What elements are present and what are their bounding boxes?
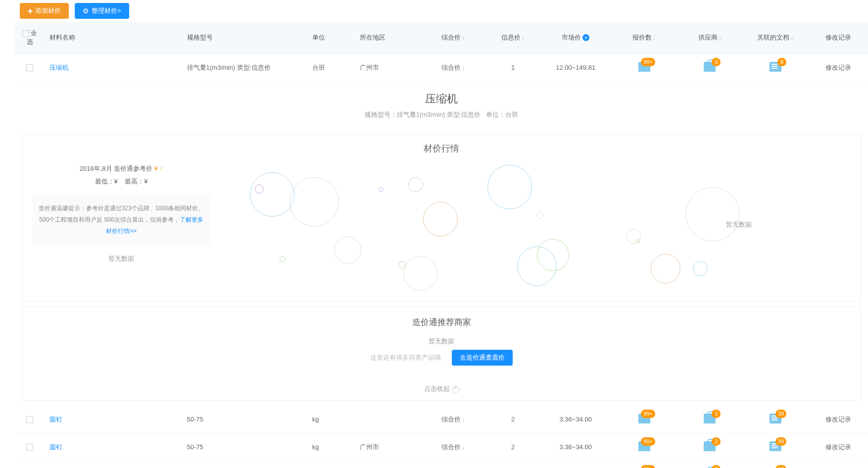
header-area: 所在地区	[355, 22, 421, 54]
cell-spec: 50-75	[182, 433, 307, 461]
table-row: 圆钉50-75kg广州市综合价↓23.36~34.0099+239修改记录	[15, 433, 868, 461]
header-supplier[interactable]: 供应商↓	[677, 22, 743, 54]
cell-market: 3.36~34.00	[540, 433, 612, 461]
material-name-link[interactable]: 压缩机	[49, 64, 69, 71]
sort-icon: ↓	[522, 34, 525, 41]
table-row: 圆钉50-75kg综合价↓23.36~34.0099+239修改记录	[15, 406, 868, 433]
bubble-chart: 暂无数据	[220, 162, 851, 291]
cell-unit: kg	[307, 433, 355, 461]
go-check-price-button[interactable]: 去造价通查底价	[452, 350, 513, 366]
cell-comp[interactable]: 综合价↓	[421, 54, 486, 82]
header-quote[interactable]: 报价数↓	[612, 22, 677, 54]
cell-info: 2	[486, 433, 540, 461]
detail-spec: 规格型号：排气量1(m3/min) 类型:信息价	[365, 111, 481, 118]
header-docs[interactable]: 关联的文档↓	[743, 22, 809, 54]
cell-spec: 50-75	[182, 406, 307, 433]
hint-box: 造价通温馨提示：参考价是通过323个品牌、1000条相同材价、500个工程项目和…	[32, 195, 210, 244]
sort-icon: ↓	[462, 34, 465, 41]
arrange-label: 整理材价>	[92, 6, 121, 15]
cell-comp[interactable]: 综合价↓	[421, 406, 486, 433]
add-price-button[interactable]: 添加材价	[20, 3, 69, 19]
supplier-badge[interactable]: 0	[704, 62, 716, 73]
cell-unit: 台班	[307, 54, 355, 82]
merchant-card: 造价通推荐商家 暂无数据 这里还有很多同类产品哦 去造价通查底价 点击收起^	[22, 306, 861, 401]
ref-date: 2016年,8月 造价通参考价	[80, 165, 152, 172]
detail-unit: 单位：台班	[486, 111, 518, 118]
arrange-price-button[interactable]: 整理材价>	[75, 3, 129, 19]
cell-unit: kg	[307, 461, 355, 468]
sort-icon: ↓	[653, 34, 656, 41]
market-left-panel: 2016年,8月 造价通参考价 ¥ ↑ 最低：¥ 最高：¥ 造价通温馨提示：参考…	[32, 162, 220, 291]
cell-comp[interactable]: 综合价↓	[421, 461, 486, 468]
market-card: 材价行情 2016年,8月 造价通参考价 ¥ ↑ 最低：¥ 最高：¥ 造价通温馨…	[22, 134, 861, 301]
row-checkbox[interactable]	[26, 416, 33, 423]
cell-area	[355, 406, 421, 433]
header-comp[interactable]: 综合价↓	[421, 22, 486, 54]
quote-badge[interactable]: 99+	[638, 414, 650, 425]
cell-market: 3.36~34.00	[540, 406, 612, 433]
cell-market: 12.00~149.81	[540, 54, 612, 82]
cell-area: 广州市	[355, 54, 421, 82]
modify-link[interactable]: 修改记录	[825, 443, 851, 451]
table-header-row: 全选 材料名称 规格型号 单位 所在地区 综合价↓ 信息价↓ 市场价+ 报价数↓…	[15, 22, 868, 54]
cell-info: 2	[486, 461, 540, 468]
modify-link[interactable]: 修改记录	[825, 416, 851, 423]
supplier-badge[interactable]: 2	[704, 414, 716, 425]
cell-area: 汕尾市	[355, 461, 421, 468]
sort-icon: ↓	[790, 34, 794, 41]
quote-badge[interactable]: 99+	[638, 62, 650, 73]
gear-icon	[83, 7, 89, 15]
merchant-title: 造价通推荐商家	[22, 312, 861, 333]
header-name: 材料名称	[45, 22, 182, 54]
merchant-hint: 这里还有很多同类产品哦	[370, 354, 441, 361]
docs-badge[interactable]: 39	[770, 414, 781, 425]
table-row: 圆钉50-75kg汕尾市综合价↓23.36~34.0099+239修改记录	[15, 461, 868, 468]
header-market[interactable]: 市场价+	[540, 22, 612, 54]
cell-spec: 50-75	[182, 461, 307, 468]
quote-badge[interactable]: 99+	[638, 441, 650, 453]
plus-circle-icon[interactable]: +	[582, 34, 589, 41]
material-name-link[interactable]: 圆钉	[49, 443, 62, 451]
market-title: 材价行情	[22, 135, 861, 162]
left-nodata: 暂无数据	[32, 244, 210, 273]
plus-icon	[28, 7, 33, 15]
price-table-2: 圆钉50-75kg综合价↓23.36~34.0099+239修改记录圆钉50-7…	[15, 406, 868, 468]
merchant-nodata: 暂无数据	[22, 333, 861, 350]
yen-icon: ¥ ↑	[154, 165, 163, 172]
supplier-badge[interactable]: 2	[704, 441, 716, 453]
row-checkbox[interactable]	[26, 64, 33, 71]
docs-badge[interactable]: 8	[770, 62, 781, 73]
cell-spec: 排气量1(m3/min) 类型:信息价	[182, 54, 307, 82]
sort-icon: ↓	[719, 34, 722, 41]
price-table: 全选 材料名称 规格型号 单位 所在地区 综合价↓ 信息价↓ 市场价+ 报价数↓…	[15, 22, 868, 82]
table-row: 压缩机排气量1(m3/min) 类型:信息价台班广州市综合价↓112.00~14…	[15, 54, 868, 82]
toolbar: 添加材价 整理材价>	[15, 0, 868, 22]
docs-badge[interactable]: 39	[770, 441, 781, 453]
cell-market: 3.36~34.00	[540, 461, 612, 468]
cell-comp[interactable]: 综合价↓	[421, 433, 486, 461]
collapse-toggle[interactable]: 点击收起^	[22, 377, 861, 400]
detail-header: 压缩机 规格型号：排气量1(m3/min) 类型:信息价 单位：台班	[15, 82, 868, 129]
detail-title: 压缩机	[15, 92, 868, 106]
ref-high: 最高：¥	[125, 178, 147, 185]
header-spec: 规格型号	[182, 22, 307, 54]
cell-area: 广州市	[355, 433, 421, 461]
cell-info: 2	[486, 406, 540, 433]
ref-low: 最低：¥	[95, 178, 118, 185]
row-checkbox[interactable]	[26, 444, 33, 451]
chart-nodata: 暂无数据	[726, 220, 752, 229]
cell-unit: kg	[307, 406, 355, 433]
add-label: 添加材价	[35, 6, 61, 15]
chevron-up-icon: ^	[452, 386, 459, 393]
material-name-link[interactable]: 圆钉	[49, 416, 62, 423]
modify-link[interactable]: 修改记录	[825, 64, 851, 71]
header-modify: 修改记录	[808, 22, 868, 54]
cell-info: 1	[486, 54, 540, 82]
header-info[interactable]: 信息价↓	[486, 22, 540, 54]
header-unit: 单位	[307, 22, 355, 54]
select-all-checkbox[interactable]	[22, 30, 29, 37]
